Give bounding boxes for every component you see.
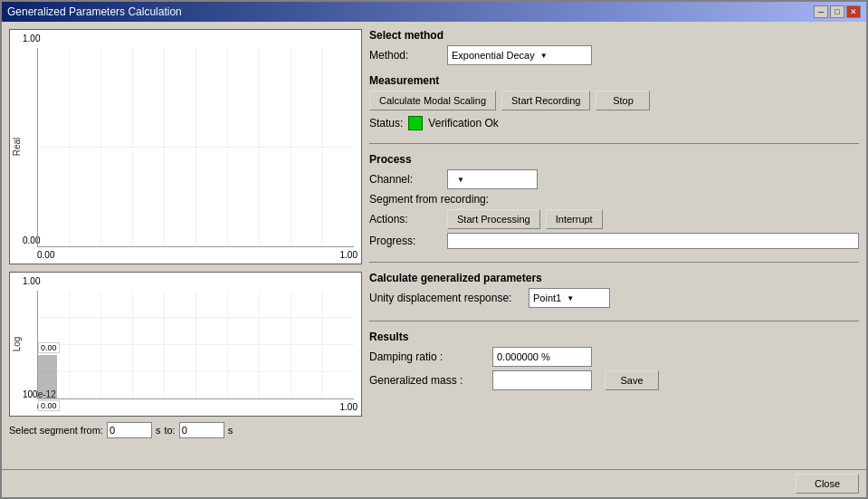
method-row: Method: Exponential Decay ▼ — [369, 45, 859, 65]
damping-row: Damping ratio : — [369, 347, 859, 367]
to-label: to: — [164, 425, 175, 436]
damping-label: Damping ratio : — [369, 350, 487, 363]
interrupt-button[interactable]: Interrupt — [546, 209, 603, 229]
process-section: Process Channel: ▼ Segment from recordin… — [369, 153, 859, 253]
title-close-button[interactable]: ✕ — [846, 5, 861, 18]
measurement-buttons: Calculate Modal Scaling Start Recording … — [369, 91, 859, 110]
segment-top-value: 0.00 — [38, 342, 60, 353]
channel-row: Channel: ▼ — [369, 169, 859, 189]
method-label: Method: — [369, 49, 442, 62]
progress-row: Progress: — [369, 233, 859, 249]
damping-input[interactable] — [492, 347, 592, 367]
method-dropdown-value: Exponential Decay — [452, 50, 535, 61]
results-section: Results Damping ratio : Generalized mass… — [369, 331, 859, 394]
divider-1 — [369, 143, 859, 144]
chart-bottom-svg — [38, 291, 354, 398]
unity-dropdown-arrow: ▼ — [567, 294, 574, 302]
calculate-title: Calculate generalized parameters — [369, 272, 859, 284]
start-recording-button[interactable]: Start Recording — [501, 91, 590, 110]
unity-label: Unity displacement response: — [369, 292, 523, 304]
process-title: Process — [369, 153, 859, 166]
calculate-section: Calculate generalized parameters Unity d… — [369, 272, 859, 312]
chart-top-y-label: Real — [12, 138, 22, 157]
chart-top-y-max: 1.00 — [23, 34, 40, 43]
chart-bottom-y-label: Log — [12, 337, 22, 352]
chart-top-x-max: 1.00 — [340, 250, 358, 260]
status-label: Status: — [369, 117, 403, 130]
window-content: Real 1.00 0.00 0.00 1.00 — [2, 22, 866, 469]
save-button[interactable]: Save — [605, 370, 659, 390]
select-method-section: Select method Method: Exponential Decay … — [369, 29, 859, 69]
generalized-mass-row: Generalized mass : Save — [369, 370, 859, 390]
chart-bottom-grid: 0.00 0.00 — [37, 291, 354, 399]
chart-bottom-y-max: 1.00 — [23, 276, 40, 286]
actions-row: Actions: Start Processing Interrupt — [369, 209, 859, 229]
generalized-mass-label: Generalized mass : — [369, 374, 487, 387]
divider-2 — [369, 262, 859, 263]
stop-button[interactable]: Stop — [596, 91, 650, 110]
measurement-section: Measurement Calculate Modal Scaling Star… — [369, 74, 859, 134]
segment-from-input[interactable] — [107, 422, 152, 438]
main-window: Generalized Parameters Calculation ─ □ ✕… — [0, 0, 868, 499]
segment-row: Segment from recording: — [369, 193, 859, 206]
status-row: Status: Verification Ok — [369, 116, 859, 130]
unity-value: Point1 — [533, 293, 561, 303]
channel-dropdown-arrow: ▼ — [457, 176, 464, 184]
progress-label: Progress: — [369, 235, 442, 247]
segment-highlight: 0.00 0.00 — [38, 355, 57, 398]
segment-recording-label: Segment from recording: — [369, 193, 496, 206]
minimize-button[interactable]: ─ — [814, 5, 828, 18]
method-dropdown[interactable]: Exponential Decay ▼ — [447, 45, 592, 65]
bottom-bar: Close — [2, 469, 866, 497]
maximize-button[interactable]: □ — [830, 5, 844, 18]
channel-dropdown[interactable]: ▼ — [447, 169, 538, 189]
select-segment-label: Select segment from: — [9, 425, 103, 436]
left-panel: Real 1.00 0.00 0.00 1.00 — [9, 29, 362, 462]
channel-label: Channel: — [369, 173, 442, 186]
segment-to-input[interactable] — [179, 422, 224, 438]
generalized-mass-input[interactable] — [492, 370, 592, 390]
actions-label: Actions: — [369, 213, 442, 226]
title-bar: Generalized Parameters Calculation ─ □ ✕ — [2, 2, 866, 22]
status-indicator — [408, 116, 423, 130]
right-panel: Select method Method: Exponential Decay … — [369, 29, 859, 462]
chart-bottom: Log 1.00 100e-12 0.00 1.00 — [9, 272, 362, 417]
chart-top: Real 1.00 0.00 0.00 1.00 — [9, 29, 362, 264]
close-button[interactable]: Close — [796, 474, 859, 494]
segment-bottom-value: 0.00 — [38, 400, 60, 411]
measurement-title: Measurement — [369, 74, 859, 87]
results-title: Results — [369, 331, 859, 343]
unity-row: Unity displacement response: Point1 ▼ — [369, 288, 859, 308]
chart-top-x-min: 0.00 — [37, 250, 54, 260]
calculate-modal-scaling-button[interactable]: Calculate Modal Scaling — [369, 91, 496, 110]
from-unit-label: s — [156, 425, 161, 436]
chart-top-grid — [37, 48, 354, 247]
to-unit-label: s — [228, 425, 234, 436]
status-text: Verification Ok — [428, 117, 498, 130]
start-processing-button[interactable]: Start Processing — [447, 209, 540, 229]
title-bar-buttons: ─ □ ✕ — [814, 5, 861, 18]
window-title: Generalized Parameters Calculation — [7, 5, 182, 18]
select-segment-row: Select segment from: s to: s — [9, 422, 362, 438]
chart-bottom-x-max: 1.00 — [340, 402, 358, 412]
unity-dropdown[interactable]: Point1 ▼ — [529, 288, 610, 308]
method-dropdown-arrow: ▼ — [540, 52, 548, 60]
select-method-title: Select method — [369, 29, 859, 42]
divider-3 — [369, 321, 859, 321]
chart-top-svg — [38, 48, 354, 246]
progress-bar — [447, 233, 859, 249]
